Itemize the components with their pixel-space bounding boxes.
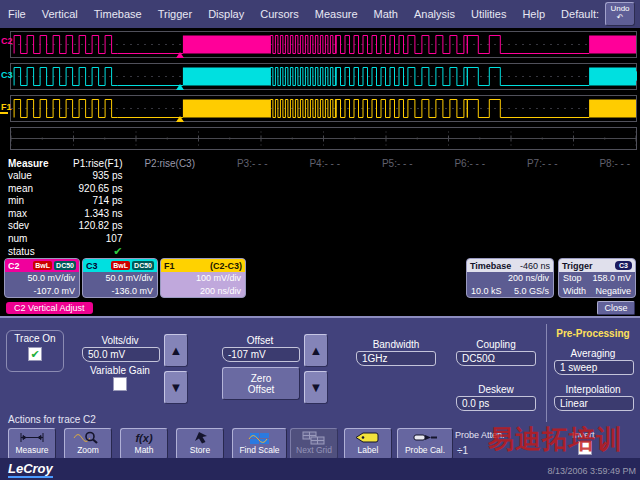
volts-div-field[interactable]: 50.0 mV xyxy=(82,347,160,362)
menu-trigger[interactable]: Trigger xyxy=(158,8,192,20)
p1-max: 1.343 ns xyxy=(60,208,133,219)
measure-column-p6[interactable]: P6:- - - xyxy=(423,158,496,169)
measure-header-row: MeasureP1:rise(F1)P2:rise(C3)P3:- - -P4:… xyxy=(0,157,640,170)
c2-header: C2 BwL DC50 xyxy=(5,259,79,272)
measure-column-p7[interactable]: P7:- - - xyxy=(495,158,568,169)
menu-file[interactable]: File xyxy=(8,8,26,20)
f1-title: F1 xyxy=(164,261,175,271)
find-scale-icon xyxy=(233,430,286,445)
math-icon: f(x) xyxy=(121,430,167,445)
preprocessing-label: Pre-Processing xyxy=(550,328,636,339)
measure-column-p1[interactable]: P1:rise(F1) xyxy=(60,158,133,169)
grid-pane-empty[interactable] xyxy=(10,127,637,150)
dialog-tabstrip: C2 Vertical Adjust Close xyxy=(0,300,640,316)
interpolation-select[interactable]: Linear xyxy=(554,396,634,411)
grid-pane-c2[interactable] xyxy=(10,31,637,58)
next-grid-button: Next Grid xyxy=(290,428,338,460)
undo-button[interactable]: Undo ↶ xyxy=(605,2,635,26)
offset-up-button[interactable]: ▲ xyxy=(304,334,328,367)
measure-column-p5[interactable]: P5:- - - xyxy=(350,158,423,169)
measure-column-p2[interactable]: P2:rise(C3) xyxy=(133,158,206,169)
tab-c2-vertical-adjust[interactable]: C2 Vertical Adjust xyxy=(6,302,93,314)
volts-div-label: Volts/div xyxy=(80,335,160,346)
measure-column-p4[interactable]: P4:- - - xyxy=(278,158,351,169)
measure-row-num: num107 xyxy=(0,232,640,245)
menu-help[interactable]: Help xyxy=(522,8,545,20)
variable-gain-checkbox[interactable] xyxy=(113,377,127,391)
interpolation-label: Interpolation xyxy=(550,384,636,395)
zoom-button[interactable]: Zoom xyxy=(64,428,112,460)
label-icon xyxy=(345,430,391,445)
volts-div-up-button[interactable]: ▲ xyxy=(164,334,188,367)
trace-descriptor-f1[interactable]: F1 (C2-C3) 100 mV/div 200 ns/div xyxy=(160,258,246,298)
row-label: status xyxy=(0,246,60,257)
c2-volts-div: 50.0 mV/div xyxy=(5,272,79,285)
measure-column-p3[interactable]: P3:- - - xyxy=(205,158,278,169)
measure-column-p8[interactable]: P8:- - - xyxy=(568,158,640,169)
grid-pane-c3[interactable] xyxy=(10,63,637,90)
f1-time-div: 200 ns/div xyxy=(161,285,245,298)
row-label: min xyxy=(0,195,60,206)
channel-descriptor-c3[interactable]: C3 BwL DC50 50.0 mV/div -136.0 mV xyxy=(82,258,158,298)
coupling-select[interactable]: DC50Ω xyxy=(456,351,536,366)
find-scale-button[interactable]: Find Scale xyxy=(232,428,287,460)
menu-cursors[interactable]: Cursors xyxy=(260,8,299,20)
probe-cal-icon xyxy=(398,430,452,445)
grid-pane-f1[interactable] xyxy=(10,95,637,122)
p1-min: 714 ps xyxy=(60,195,133,206)
button-label: Measure xyxy=(15,445,48,455)
trigger-time-marker-f1[interactable] xyxy=(176,116,184,122)
trigger-level: 158.0 mV xyxy=(592,272,631,285)
preprocessing-divider xyxy=(546,324,547,422)
f1-offset-indicator xyxy=(0,112,8,114)
menu-timebase[interactable]: Timebase xyxy=(94,8,142,20)
close-button[interactable]: Close xyxy=(597,301,635,315)
c3-offset: -136.0 mV xyxy=(83,285,157,298)
measure-row-mean: mean920.65 ps xyxy=(0,182,640,195)
menu-vertical[interactable]: Vertical xyxy=(42,8,78,20)
menu-utilities[interactable]: Utilities xyxy=(471,8,506,20)
measure-button[interactable]: Measure xyxy=(8,428,56,460)
zero-offset-button[interactable]: Zero Offset xyxy=(222,367,300,400)
p1-num: 107 xyxy=(60,233,133,244)
f1-header: F1 (C2-C3) xyxy=(161,259,245,272)
store-icon xyxy=(177,430,223,445)
c3-volts-div: 50.0 mV/div xyxy=(83,272,157,285)
button-label: Label xyxy=(358,445,379,455)
actions-for-trace-label: Actions for trace C2 xyxy=(8,414,96,425)
trigger-source-badge: C3 xyxy=(615,261,632,270)
trigger-level-arrow-c3[interactable] xyxy=(630,71,637,81)
menu-math[interactable]: Math xyxy=(374,8,398,20)
trigger-time-marker-c2[interactable] xyxy=(176,52,184,58)
volts-div-down-button[interactable]: ▼ xyxy=(164,371,188,404)
math-button[interactable]: f(x)Math xyxy=(120,428,168,460)
averaging-field[interactable]: 1 sweep xyxy=(554,360,634,375)
menu-analysis[interactable]: Analysis xyxy=(414,8,455,20)
bandwidth-select[interactable]: 1GHz xyxy=(356,351,436,366)
button-label: Next Grid xyxy=(296,445,332,455)
trigger-time-marker-c3[interactable] xyxy=(176,84,184,90)
menu-bar: FileVerticalTimebaseTriggerDisplayCursor… xyxy=(0,0,640,28)
store-button[interactable]: Store xyxy=(176,428,224,460)
offset-down-button[interactable]: ▼ xyxy=(304,371,328,404)
lecroy-logo: LeCroy xyxy=(8,461,53,478)
trigger-descriptor[interactable]: Trigger C3 Stop 158.0 mV Width Negative xyxy=(558,258,636,298)
measure-icon xyxy=(9,430,55,445)
deskew-field[interactable]: 0.0 ps xyxy=(456,396,536,411)
bandwidth-limit-badge: BwL xyxy=(33,261,52,270)
offset-field[interactable]: -107 mV xyxy=(222,347,300,362)
channel-descriptor-c2[interactable]: C2 BwL DC50 50.0 mV/div -107.0 mV xyxy=(4,258,80,298)
bandwidth-limit-badge: BwL xyxy=(111,261,130,270)
empty-grid xyxy=(11,128,636,149)
menu-display[interactable]: Display xyxy=(208,8,244,20)
timebase-descriptor[interactable]: Timebase -460 ns 200 ns/div 10.0 kS 5.0 … xyxy=(466,258,554,298)
probe-cal-button[interactable]: Probe Cal. xyxy=(397,428,453,460)
trigger-header: Trigger C3 xyxy=(559,259,635,272)
waveform-area: C2 C3 F1 xyxy=(0,28,640,154)
trace-on-label: Trace On xyxy=(8,333,62,344)
probe-atten-value: ÷1 xyxy=(457,445,468,456)
label-button[interactable]: Label xyxy=(344,428,392,460)
measure-row-sdev: sdev120.82 ps xyxy=(0,220,640,233)
menu-measure[interactable]: Measure xyxy=(315,8,358,20)
trace-on-checkbox[interactable]: ✔ xyxy=(28,347,42,361)
